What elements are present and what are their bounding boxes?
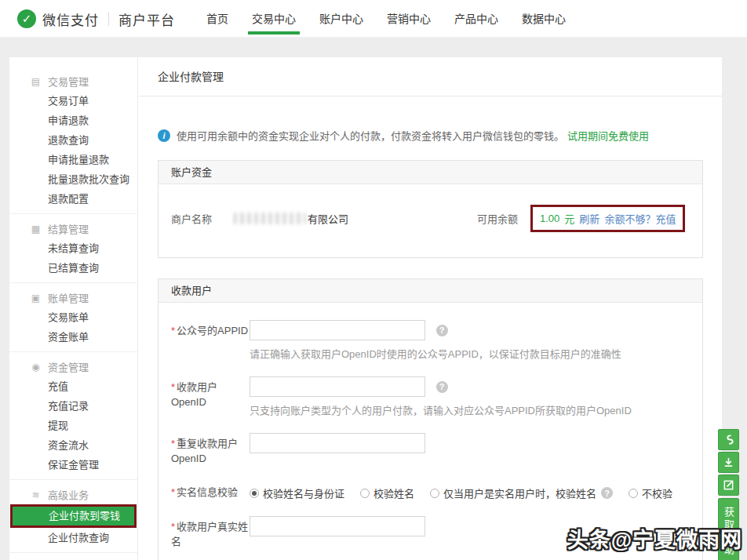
openid-repeat-input[interactable] — [250, 433, 425, 453]
real-name-input[interactable] — [250, 516, 425, 536]
sidebar-section-title: 结算管理 — [48, 221, 89, 236]
brand-divider — [108, 12, 109, 26]
brand: ✓ 微信支付 商户平台 — [17, 0, 175, 38]
radio-verify-name-and-id[interactable]: 校验姓名与身份证 — [250, 485, 344, 500]
sidebar-item-unsettled-query[interactable]: 未结算查询 — [9, 238, 137, 258]
required-mark: * — [171, 486, 175, 498]
appid-label: *公众号的APPID — [171, 320, 250, 361]
sidebar-section-title: 交易管理 — [48, 74, 89, 89]
form-row-appid: *公众号的APPID ? 请正确输入获取用户OpenID时使用的公众号APPID… — [171, 320, 690, 361]
bill-icon: ▣ — [30, 293, 42, 304]
radio-icon — [250, 489, 259, 498]
refresh-link[interactable]: 刷新 — [579, 211, 599, 226]
brand-name: 微信支付 — [42, 9, 99, 29]
funds-icon: ◉ — [30, 362, 42, 373]
radio-no-verify[interactable]: 不校验 — [629, 485, 672, 500]
sidebar-item-refund-config[interactable]: 退款配置 — [9, 189, 137, 209]
balance-unit: 元 — [564, 211, 574, 226]
sidebar-item-withdraw[interactable]: 提现 — [9, 416, 137, 435]
radio-verify-name[interactable]: 校验姓名 — [360, 485, 414, 500]
sidebar-section-title: 账单管理 — [48, 290, 89, 305]
sidebar-item-settled-query[interactable]: 已结算查询 — [9, 258, 137, 278]
sidebar-item-batch-refund-query[interactable]: 批量退款批次查询 — [9, 169, 137, 189]
recharge-link[interactable]: 余额不够？充值 — [604, 211, 676, 226]
sidebar-divider — [9, 282, 137, 283]
realname-check-label: *实名信息校验 — [171, 482, 250, 500]
top-bar: ✓ 微信支付 商户平台 首页 交易中心 账户中心 营销中心 产品中心 数据中心 — [0, 0, 747, 38]
payee-box: 收款用户 *公众号的APPID ? 请正确输入获取用户OpenID时使用的公众号… — [158, 278, 703, 560]
real-name-label: *收款用户真实姓名 — [171, 516, 250, 549]
appid-hint: 请正确输入获取用户OpenID时使用的公众号APPID，以保证付款目标用户的准确… — [250, 346, 690, 361]
edit-icon[interactable] — [718, 475, 739, 496]
appid-input[interactable] — [250, 320, 425, 340]
sidebar-item-recharge[interactable]: 充值 — [9, 376, 137, 396]
openid-label: *收款用户OpenID — [171, 376, 250, 417]
required-mark: * — [171, 438, 175, 449]
sidebar-divider — [9, 479, 137, 480]
radio-icon — [629, 489, 638, 498]
radio-verify-name-if-realname[interactable]: 仅当用户是实名用户时，校验姓名 ? — [430, 485, 613, 500]
realname-check-options: 校验姓名与身份证 校验姓名 仅当用户是实名用户时，校验姓名 ? — [250, 482, 690, 500]
nav-product-center[interactable]: 产品中心 — [443, 0, 510, 38]
floating-toolbar: 获取帮助 — [718, 429, 739, 560]
sidebar-item-apply-refund[interactable]: 申请退款 — [9, 111, 137, 130]
sidebar-section-settlement: ▦ 结算管理 — [9, 219, 137, 238]
download-icon[interactable] — [718, 452, 739, 473]
wechat-pay-logo-icon: ✓ — [17, 9, 36, 28]
get-help-button[interactable]: 获取帮助 — [718, 498, 739, 560]
sidebar: ▤ 交易管理 交易订单 申请退款 退款查询 申请批量退款 批量退款批次查询 退款… — [9, 57, 138, 560]
sidebar-section-transaction: ▤ 交易管理 — [9, 71, 137, 91]
sidebar-divider — [9, 552, 137, 553]
help-icon[interactable]: ? — [436, 381, 448, 393]
merchant-name-suffix: 有限公司 — [308, 211, 348, 226]
sidebar-item-deposit-management[interactable]: 保证金管理 — [9, 455, 137, 475]
sidebar-divider — [9, 213, 137, 214]
form-row-openid-repeat: *重复收款用户OpenID — [171, 433, 690, 466]
sidebar-item-funds-bill[interactable]: 资金账单 — [9, 327, 137, 347]
sidebar-divider — [9, 351, 137, 352]
balance-value: 1.00 — [540, 213, 559, 224]
page-title: 企业付款管理 — [139, 57, 722, 96]
openid-repeat-label: *重复收款用户OpenID — [171, 433, 250, 466]
notice: i 使用可用余额中的资金实现企业对个人的付款，付款资金将转入用户微信钱包的零钱。… — [158, 128, 703, 143]
sidebar-item-trade-orders[interactable]: 交易订单 — [9, 91, 137, 111]
form-row-realname-check: *实名信息校验 校验姓名与身份证 校验姓名 — [171, 482, 690, 500]
sidebar-item-enterprise-payment-query[interactable]: 企业付款查询 — [9, 528, 137, 547]
radio-icon — [430, 489, 439, 498]
nav-marketing-center[interactable]: 营销中心 — [375, 0, 443, 38]
sidebar-item-recharge-records[interactable]: 充值记录 — [9, 396, 137, 416]
sidebar-item-batch-refund[interactable]: 申请批量退款 — [9, 150, 137, 169]
nav-account-center[interactable]: 账户中心 — [308, 0, 375, 38]
sidebar-item-enterprise-payment-to-change[interactable]: 企业付款到零钱 — [10, 504, 137, 528]
main-content: 企业付款管理 i 使用可用余额中的资金实现企业对个人的付款，付款资金将转入用户微… — [139, 57, 722, 560]
help-icon[interactable]: ? — [436, 325, 448, 336]
top-nav: 首页 交易中心 账户中心 营销中心 产品中心 数据中心 — [195, 0, 578, 38]
sidebar-item-funds-flow[interactable]: 资金流水 — [9, 435, 137, 455]
sidebar-section-title: 资金管理 — [48, 359, 89, 374]
link-icon[interactable] — [718, 429, 739, 450]
nav-transaction-center[interactable]: 交易中心 — [240, 0, 308, 38]
radio-icon — [360, 489, 370, 498]
sidebar-section-title: 高级业务 — [48, 487, 89, 502]
merchant-name: 有限公司 — [234, 211, 430, 226]
openid-hint: 只支持向账户类型为个人的用户付款，请输入对应公众号APPID所获取的用户Open… — [250, 402, 690, 417]
nav-data-center[interactable]: 数据中心 — [510, 0, 578, 38]
help-icon[interactable]: ? — [601, 487, 613, 499]
brand-portal: 商户平台 — [118, 9, 175, 29]
openid-input[interactable] — [250, 376, 425, 397]
merchant-name-redacted — [234, 213, 306, 224]
sidebar-item-trade-bill[interactable]: 交易账单 — [9, 307, 137, 327]
free-trial-link[interactable]: 试用期间免费使用 — [567, 128, 649, 143]
account-funds-title: 账户资金 — [159, 161, 702, 184]
required-mark: * — [171, 325, 175, 336]
account-funds-body: 商户名称 有限公司 可用余额 1.00 元 刷新 余额不够？充值 — [159, 184, 702, 257]
sidebar-section-funds: ◉ 资金管理 — [9, 357, 137, 376]
info-icon: i — [158, 129, 170, 142]
form-row-openid: *收款用户OpenID ? 只支持向账户类型为个人的用户付款，请输入对应公众号A… — [171, 376, 690, 417]
required-mark: * — [171, 381, 175, 393]
account-funds-box: 账户资金 商户名称 有限公司 可用余额 1.00 元 刷新 余额不够？充值 — [158, 160, 703, 258]
payee-form: *公众号的APPID ? 请正确输入获取用户OpenID时使用的公众号APPID… — [159, 303, 702, 560]
nav-home[interactable]: 首页 — [195, 0, 240, 38]
sidebar-item-refund-query[interactable]: 退款查询 — [9, 130, 137, 150]
form-row-real-name: *收款用户真实姓名 — [171, 516, 690, 549]
